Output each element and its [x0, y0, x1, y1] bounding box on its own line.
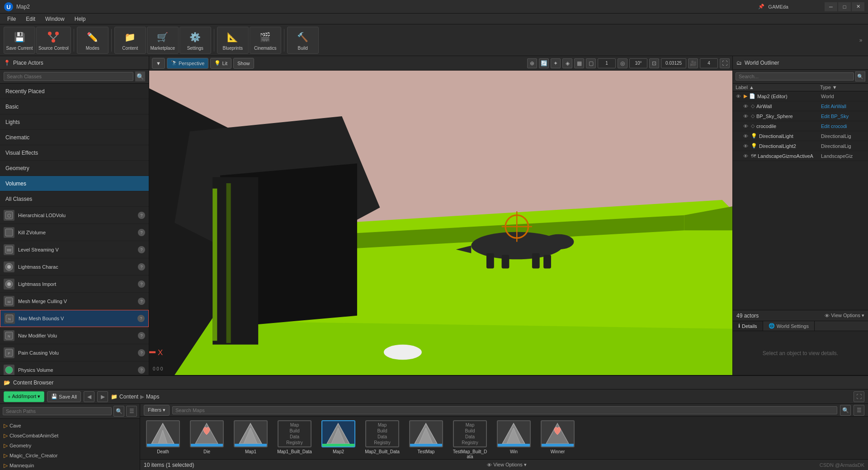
- search-classes-button[interactable]: 🔍: [135, 71, 145, 81]
- actor-level-streaming[interactable]: Level Streaming V ?: [0, 241, 149, 258]
- asset-winner[interactable]: Winner: [538, 420, 577, 454]
- asset-map1[interactable]: Map1: [231, 420, 270, 454]
- content-button[interactable]: 📁 Content: [114, 27, 146, 54]
- actor-lightmass-import[interactable]: Lightmass Import ?: [0, 275, 149, 293]
- modes-button[interactable]: ✏️ Modes: [77, 27, 108, 54]
- filter-search-button[interactable]: 🔍: [840, 405, 851, 416]
- outliner-col-type[interactable]: Type ▼: [820, 85, 865, 90]
- breadcrumb-maps[interactable]: Maps: [146, 394, 159, 400]
- category-cinematic[interactable]: Cinematic: [0, 130, 149, 145]
- scale-icon[interactable]: ✦: [551, 58, 561, 68]
- tree-item-magiccircle[interactable]: ▷ Magic_Circle_Creator: [0, 451, 140, 461]
- filters-button[interactable]: Filters ▾: [144, 405, 170, 416]
- category-volumes[interactable]: Volumes: [0, 176, 149, 191]
- outliner-search-icon[interactable]: 🔍: [855, 71, 865, 81]
- world-icon[interactable]: ◈: [562, 58, 572, 68]
- asset-map1-built[interactable]: MapBuildDataRegistry Map1_Built_Data: [275, 420, 314, 454]
- world-settings-tab[interactable]: 🌐 World Settings: [763, 321, 815, 331]
- help-button-killz[interactable]: ?: [138, 229, 145, 236]
- actor-mesh-merge[interactable]: M Mesh Merge Culling V ?: [0, 293, 149, 310]
- search-maps-input[interactable]: [172, 406, 837, 414]
- help-button-lightmassi[interactable]: ?: [138, 280, 145, 288]
- help-button-physics[interactable]: ?: [138, 366, 145, 374]
- category-geometry[interactable]: Geometry: [0, 161, 149, 176]
- nav-forward-button[interactable]: ▶: [97, 391, 108, 402]
- help-button-lightmassc[interactable]: ?: [138, 263, 145, 271]
- help-button-hierarchical[interactable]: ?: [138, 212, 145, 219]
- add-import-button[interactable]: + Add/Import ▾: [4, 391, 44, 402]
- breadcrumb-content[interactable]: Content: [119, 394, 138, 400]
- search-paths-input[interactable]: [3, 407, 112, 415]
- paths-options-button[interactable]: ☰: [126, 406, 137, 417]
- perspective-button[interactable]: 🔭 Perspective: [167, 58, 208, 69]
- tree-item-cave[interactable]: ▷ Cave: [0, 421, 140, 431]
- menu-file[interactable]: File: [3, 15, 20, 23]
- maximize-viewport-icon[interactable]: ⛶: [720, 58, 730, 68]
- grid-size-input[interactable]: 1: [598, 58, 616, 68]
- asset-die[interactable]: Die: [188, 420, 226, 454]
- actor-physics-volume[interactable]: Physics Volume ?: [0, 361, 149, 375]
- settings-button[interactable]: ⚙️ Settings: [179, 27, 211, 54]
- rotate-icon[interactable]: 🔄: [539, 58, 549, 68]
- minimize-button[interactable]: ─: [825, 2, 837, 11]
- angle-input[interactable]: 10°: [629, 58, 647, 68]
- category-all-classes[interactable]: All Classes: [0, 191, 149, 207]
- grid-icon[interactable]: ▦: [574, 58, 584, 68]
- category-lights[interactable]: Lights: [0, 114, 149, 130]
- viewport-canvas[interactable]: X Y 0 0 0: [149, 71, 732, 375]
- toolbar-expand-button[interactable]: »: [857, 27, 864, 54]
- scale-input[interactable]: 0.03125: [661, 58, 686, 68]
- menu-edit[interactable]: Edit: [21, 15, 40, 23]
- save-current-button[interactable]: 💾 Save Current: [4, 27, 35, 54]
- outliner-search-input[interactable]: [736, 72, 854, 81]
- nav-back-button[interactable]: ◀: [84, 391, 94, 402]
- transform-icon[interactable]: ⊕: [527, 58, 537, 68]
- asset-testmap[interactable]: TestMap: [407, 420, 445, 454]
- outliner-row-sky[interactable]: 👁 ◇ BP_Sky_Sphere Edit BP_Sky: [733, 111, 868, 121]
- camera-speed-icon[interactable]: 🎥: [688, 58, 698, 68]
- menu-window[interactable]: Window: [41, 15, 69, 23]
- help-button-navmesh[interactable]: ?: [137, 315, 145, 322]
- cinematics-button[interactable]: 🎬 Cinematics: [250, 27, 281, 54]
- category-basic[interactable]: Basic: [0, 99, 149, 114]
- outliner-row-airwall[interactable]: 👁 ◇ AirWall Edit AirWall: [733, 101, 868, 111]
- actor-lightmass-charac[interactable]: Lightmass Charac ?: [0, 258, 149, 275]
- help-button-meshmerge[interactable]: ?: [138, 298, 145, 305]
- tree-item-geometry[interactable]: ▷ Geometry: [0, 441, 140, 451]
- asset-testmap-built[interactable]: MapBuildDataRegistry TestMap_Built_Data: [451, 420, 489, 459]
- help-button-pain[interactable]: ?: [138, 349, 145, 356]
- outliner-row-dirlight[interactable]: 👁 💡 DirectionalLight DirectionalLig: [733, 131, 868, 141]
- view-options-button[interactable]: 👁 View Options ▾: [487, 462, 527, 468]
- search-classes-input[interactable]: [4, 72, 133, 81]
- outliner-row-landscape[interactable]: 👁 🗺 LandscapeGizmoActiveA LandscapeGiz: [733, 151, 868, 161]
- angle-icon[interactable]: ◎: [618, 58, 627, 68]
- scale-snap-icon[interactable]: ⊡: [649, 58, 659, 68]
- asset-win[interactable]: Win: [495, 420, 533, 454]
- asset-map2[interactable]: Map2: [319, 420, 358, 454]
- category-visual-effects[interactable]: Visual Effects: [0, 145, 149, 161]
- lit-button[interactable]: 💡 Lit: [210, 58, 231, 69]
- category-recently-placed[interactable]: Recently Placed: [0, 84, 149, 99]
- actor-pain-causing[interactable]: P Pain Causing Volu ?: [0, 344, 149, 361]
- outliner-row-croc[interactable]: 👁 ◇ crocodile Edit crocodi: [733, 121, 868, 131]
- camera-speed-input[interactable]: 4: [700, 58, 718, 68]
- outliner-view-options-button[interactable]: 👁 View Options ▾: [825, 313, 864, 318]
- actor-nav-mesh-bounds[interactable]: N Nav Mesh Bounds V ?: [0, 310, 149, 327]
- menu-help[interactable]: Help: [70, 15, 90, 23]
- blueprints-button[interactable]: 📐 Blueprints: [217, 27, 249, 54]
- filter-settings-button[interactable]: ☰: [854, 405, 864, 416]
- maximize-button[interactable]: □: [838, 2, 851, 11]
- actor-kill-z[interactable]: Kill ZVolume ?: [0, 224, 149, 241]
- help-button-navmod[interactable]: ?: [138, 332, 145, 339]
- save-all-button[interactable]: 💾 Save All: [47, 391, 81, 402]
- search-paths-button[interactable]: 🔍: [113, 406, 124, 417]
- show-button[interactable]: Show: [233, 58, 254, 69]
- close-button[interactable]: ✕: [852, 2, 864, 11]
- tree-item-mannequin[interactable]: ▷ Mannequin: [0, 461, 140, 470]
- outliner-col-label[interactable]: Label ▲: [736, 85, 820, 90]
- viewport-dropdown-button[interactable]: ▼: [152, 58, 165, 69]
- build-button[interactable]: 🔨 Build: [287, 27, 319, 54]
- asset-map2-built[interactable]: MapBuildDataRegistry Map2_Built_Data: [363, 420, 401, 454]
- outliner-row-map2editor[interactable]: 👁 ▶ 📄 Map2 (Editor) World: [733, 91, 868, 101]
- tree-item-closecombat[interactable]: ▷ CloseCombatAnimSet: [0, 431, 140, 441]
